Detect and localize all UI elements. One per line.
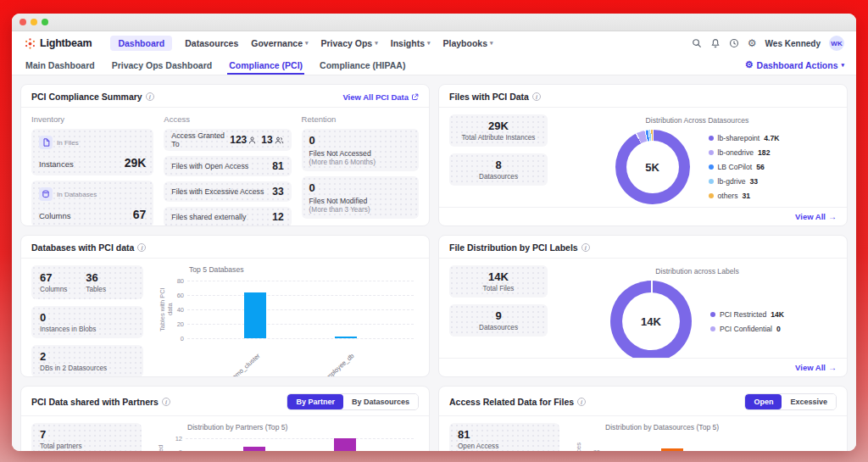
stat-value: 67 <box>133 208 147 221</box>
view-all-pci-data-link[interactable]: View All PCI Data <box>342 92 419 102</box>
info-icon[interactable]: i <box>581 243 590 252</box>
stat-label: Instances <box>39 159 74 169</box>
card-title: Files with PCI Datai <box>449 92 541 102</box>
dashboard-actions-button[interactable]: ⚙ Dashboard Actions ▾ <box>745 60 844 70</box>
total-files-tile[interactable]: 14K Total Files <box>449 265 548 298</box>
file-icon <box>39 136 53 149</box>
partner-bar[interactable] <box>243 447 265 451</box>
legend-item[interactable]: PCI Restricted14K <box>710 310 784 319</box>
view-all-link[interactable]: View All→ <box>795 212 837 221</box>
nav-item-insights[interactable]: Insights▾ <box>391 38 431 48</box>
view-all-link[interactable]: View All→ <box>795 363 837 372</box>
db-stats: 67 Columns 36 Tables 0 Instances in Blob… <box>31 265 143 370</box>
partner-toggle-group: By Partner By Datasources <box>287 393 419 410</box>
stat-value: 7 <box>40 428 133 441</box>
y-tick: 20 <box>170 320 184 328</box>
legend-item[interactable]: LB CoPilot56 <box>709 163 780 171</box>
info-icon[interactable]: i <box>146 92 154 101</box>
open-button[interactable]: Open <box>745 394 782 409</box>
card-footer: View All→ <box>439 207 847 225</box>
files-not-accessed-tile[interactable]: 0 Files Not Accessed (More than 6 Months… <box>302 129 419 171</box>
files-open-access-row[interactable]: Files with Open Access 81 <box>164 156 291 176</box>
tab-privacy-ops-dashboard[interactable]: Privacy Ops Dashboard <box>110 55 214 75</box>
files-not-modified-tile[interactable]: 0 Files Not Modified (More than 3 Years) <box>302 176 419 219</box>
card-pci-data-shared-with-partners: PCI Data shared with Partnersi By Partne… <box>20 386 430 451</box>
nav-item-playbooks[interactable]: Playbooks▾ <box>443 38 493 48</box>
history-clock-icon[interactable] <box>729 38 739 48</box>
info-icon[interactable]: i <box>137 243 146 252</box>
minimize-window-button[interactable] <box>31 19 37 25</box>
user-icon <box>248 136 256 144</box>
total-attribute-instances-tile[interactable]: 29K Total Attribute Instances <box>449 114 548 147</box>
arrow-right-icon: → <box>828 212 837 221</box>
nav-item-datasources[interactable]: Datasources <box>185 38 238 48</box>
tab-compliance-pci[interactable]: Compliance (PCI) <box>227 55 304 75</box>
settings-gear-icon[interactable]: ⚙ <box>748 38 757 48</box>
datasources-tile[interactable]: 9 Datasources <box>449 304 548 337</box>
y-tick: 40 <box>170 306 184 314</box>
excessive-button[interactable]: Excessive <box>782 394 836 409</box>
info-icon[interactable]: i <box>577 398 586 406</box>
notifications-bell-icon[interactable] <box>710 38 721 48</box>
dbs-in-datasources-tile[interactable]: 2 DBs in 2 Datasources <box>31 345 143 376</box>
by-datasources-button[interactable]: By Datasources <box>343 394 418 409</box>
by-partner-button[interactable]: By Partner <box>287 394 343 409</box>
user-avatar[interactable]: WK <box>829 36 844 51</box>
datasource-bar[interactable] <box>661 448 683 451</box>
summary-body: Inventory In Files Instances 29K <box>21 108 429 225</box>
info-icon[interactable]: i <box>162 398 170 406</box>
stat-value: 33 <box>272 186 283 198</box>
files-stats: 29K Total Attribute Instances 8 Datasour… <box>449 114 548 200</box>
nav-item-dashboard[interactable]: Dashboard <box>110 36 172 51</box>
dashboard-content: PCI Compliance Summaryi View All PCI Dat… <box>12 75 856 451</box>
close-window-button[interactable] <box>19 19 26 25</box>
stat-value: 9 <box>456 309 541 322</box>
total-partners-tile[interactable]: 7 Total partners <box>31 423 142 451</box>
stat-value: 0 <box>309 134 411 147</box>
tab-compliance-hipaa[interactable]: Compliance (HIPAA) <box>318 55 407 75</box>
legend-item[interactable]: lb-sharepoint4.7K <box>709 134 780 142</box>
info-icon[interactable]: i <box>532 92 541 101</box>
chart-title: Distribution Across Datasources <box>646 116 749 125</box>
datasources-donut[interactable]: 5K <box>615 130 690 204</box>
nav-item-governance[interactable]: Governance▾ <box>251 38 308 48</box>
stat-label: Total partners <box>40 443 133 450</box>
card-title: Databases with PCI datai <box>31 242 146 253</box>
stat-label: Access Granted To <box>171 131 230 148</box>
stat-value: 14K <box>456 270 541 283</box>
plot-area: 12 9 <box>186 438 414 451</box>
nav-item-privacy-ops[interactable]: Privacy Ops▾ <box>321 38 378 48</box>
bar-demo-cluster[interactable] <box>244 292 266 338</box>
legend-item[interactable]: PCI Confidential0 <box>710 325 784 333</box>
instances-in-files-tile[interactable]: In Files Instances 29K <box>31 129 153 175</box>
stat-value: 0 <box>309 181 411 194</box>
brand[interactable]: Lightbeam <box>24 37 92 50</box>
datasources-tile[interactable]: 8 Datasources <box>449 153 548 186</box>
labels-stats: 14K Total Files 9 Datasources <box>449 265 548 351</box>
instances-in-blobs-tile[interactable]: 0 Instances in Blobs <box>31 306 143 338</box>
legend-item[interactable]: others31 <box>709 192 780 200</box>
columns-in-databases-tile[interactable]: In Databases Columns 67 <box>31 181 153 225</box>
access-card-body: 81 Open Access Distribution by Datasourc… <box>439 416 847 451</box>
labels-donut[interactable]: 14K <box>610 281 692 358</box>
y-axis-label: Files in Datasources <box>575 438 585 451</box>
stat-label: Files Not Modified <box>309 197 411 205</box>
fullscreen-window-button[interactable] <box>42 19 48 25</box>
db-bar-chart: Top 5 Databases Tables with PCI data 80 … <box>153 265 419 370</box>
tab-main-dashboard[interactable]: Main Dashboard <box>24 55 97 75</box>
primary-nav: Dashboard Datasources Governance▾ Privac… <box>110 36 492 51</box>
user-name[interactable]: Wes Kennedy <box>765 39 821 48</box>
access-granted-to-row[interactable]: Access Granted To 123 13 <box>164 129 291 151</box>
legend-dot <box>709 136 714 141</box>
files-excessive-access-row[interactable]: Files with Excessive Access 33 <box>164 181 291 202</box>
partner-bar[interactable] <box>334 438 356 451</box>
desktop-background: Lightbeam Dashboard Datasources Governan… <box>0 0 868 462</box>
legend-dot <box>709 179 714 184</box>
files-shared-externally-row[interactable]: Files shared externally 12 <box>164 207 291 225</box>
chart-title: Distribution by Partners (Top 5) <box>187 423 419 431</box>
columns-tables-tile[interactable]: 67 Columns 36 Tables <box>31 265 143 299</box>
legend-item[interactable]: lb-onedrive182 <box>709 148 780 157</box>
open-access-tile[interactable]: 81 Open Access <box>449 423 559 451</box>
search-icon[interactable] <box>692 38 702 48</box>
legend-item[interactable]: lb-gdrive33 <box>709 177 780 186</box>
